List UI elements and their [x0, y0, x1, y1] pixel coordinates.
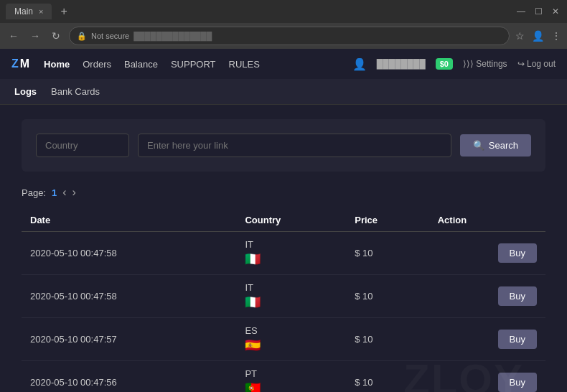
brand-m: M [20, 57, 29, 70]
cell-action: Buy [429, 232, 545, 275]
cell-price: $ 10 [346, 275, 428, 318]
close-button[interactable]: ✕ [550, 6, 561, 17]
window-controls: — ☐ ✕ [515, 6, 561, 17]
app-navbar: Z M Home Orders Balance SUPPORT RULES 👤 … [0, 49, 567, 79]
search-icon: 🔍 [473, 140, 484, 151]
page-prev[interactable]: ‹ [62, 186, 66, 199]
page-current[interactable]: 1 [52, 187, 57, 198]
cell-price: $ 10 [346, 318, 428, 361]
lock-icon: 🔒 [77, 32, 87, 41]
buy-button-2[interactable]: Buy [498, 330, 537, 349]
col-date: Date [22, 209, 236, 232]
cell-date: 2020-05-10 00:47:57 [22, 318, 236, 361]
col-price: Price [346, 209, 428, 232]
cell-country: IT 🇮🇹 [236, 232, 346, 275]
country-flag: 🇪🇸 [245, 337, 261, 353]
table-header-row: Date Country Price Action [22, 209, 545, 232]
nav-rules[interactable]: RULES [229, 59, 260, 70]
back-button[interactable]: ← [6, 29, 22, 43]
cell-country: IT 🇮🇹 [236, 275, 346, 318]
buy-button-3[interactable]: Buy [498, 373, 537, 392]
country-code: IT [245, 282, 253, 293]
minimize-button[interactable]: — [515, 6, 527, 17]
page-label: Page: [22, 187, 46, 198]
account-icon[interactable]: 👤 [532, 30, 544, 42]
security-label: Not secure [91, 32, 129, 40]
toolbar-right: ☆ 👤 ⋮ [515, 30, 561, 42]
address-bar[interactable]: 🔒 Not secure ██████████████ [69, 27, 510, 45]
table-row: 2020-05-10 00:47:58 IT 🇮🇹 $ 10 Buy [22, 232, 545, 275]
search-label: Search [489, 140, 518, 151]
subnav-bank-cards[interactable]: Bank Cards [51, 86, 100, 97]
nav-links: Home Orders Balance SUPPORT RULES [44, 59, 352, 70]
link-input[interactable] [138, 134, 451, 157]
buy-button-0[interactable]: Buy [498, 243, 537, 263]
cell-date: 2020-05-10 00:47:58 [22, 275, 236, 318]
browser-toolbar: ← → ↻ 🔒 Not secure ██████████████ ☆ 👤 ⋮ [0, 23, 567, 49]
country-input[interactable] [36, 134, 129, 157]
nav-support[interactable]: SUPPORT [171, 59, 216, 70]
table-row: 2020-05-10 00:47:57 ES 🇪🇸 $ 10 Buy [22, 318, 545, 361]
cell-price: $ 10 [346, 232, 428, 275]
cell-action: Buy [429, 275, 545, 318]
search-button[interactable]: 🔍 Search [460, 134, 531, 157]
pagination: Page: 1 ‹ › [22, 186, 545, 199]
user-icon: 👤 [352, 57, 367, 71]
col-country: Country [236, 209, 346, 232]
balance-badge: $0 [436, 58, 453, 70]
browser-titlebar: Main × + — ☐ ✕ [0, 0, 567, 23]
subnav-logs[interactable]: Logs [14, 86, 37, 97]
country-code: ES [245, 325, 257, 336]
cell-country: ES 🇪🇸 [236, 318, 346, 361]
cell-action: Buy [429, 318, 545, 361]
logout-link[interactable]: ↪ Log out [517, 59, 556, 69]
cell-date: 2020-05-10 00:47:58 [22, 232, 236, 275]
username-text: ████████ [377, 59, 426, 69]
table-row: 2020-05-10 00:47:56 PT 🇵🇹 $ 10 Buy [22, 361, 545, 393]
refresh-button[interactable]: ↻ [49, 29, 63, 43]
main-content: 🔍 Search Page: 1 ‹ › Date Country Price … [0, 105, 567, 392]
brand: Z M [11, 57, 29, 70]
nav-orders[interactable]: Orders [83, 59, 111, 70]
cell-date: 2020-05-10 00:47:56 [22, 361, 236, 393]
country-flag: 🇵🇹 [245, 381, 261, 392]
cell-price: $ 10 [346, 361, 428, 393]
buy-button-1[interactable]: Buy [498, 286, 537, 306]
browser-tab[interactable]: Main × [6, 4, 52, 19]
col-action: Action [429, 209, 545, 232]
nav-home[interactable]: Home [44, 59, 70, 70]
country-flag: 🇮🇹 [245, 294, 261, 310]
forward-button[interactable]: → [27, 29, 43, 43]
table-row: 2020-05-10 00:47:58 IT 🇮🇹 $ 10 Buy [22, 275, 545, 318]
country-code: IT [245, 239, 253, 250]
sub-nav: Logs Bank Cards [0, 79, 567, 105]
url-text: ██████████████ [133, 32, 212, 40]
brand-z: Z [11, 57, 19, 70]
nav-balance[interactable]: Balance [124, 59, 158, 70]
data-table: Date Country Price Action 2020-05-10 00:… [22, 209, 545, 392]
country-code: PT [245, 368, 257, 379]
cell-country: PT 🇵🇹 [236, 361, 346, 393]
tab-title: Main [14, 6, 33, 17]
search-panel: 🔍 Search [22, 119, 545, 172]
menu-icon[interactable]: ⋮ [551, 30, 561, 42]
new-tab-button[interactable]: + [60, 5, 67, 18]
nav-right: 👤 ████████ $0 ⟩⟩⟩ Settings ↪ Log out [352, 57, 556, 71]
tab-close-icon[interactable]: × [39, 7, 43, 16]
cell-action: Buy [429, 361, 545, 393]
bookmark-icon[interactable]: ☆ [515, 30, 525, 42]
country-flag: 🇮🇹 [245, 251, 261, 267]
maximize-button[interactable]: ☐ [533, 6, 544, 17]
settings-link[interactable]: ⟩⟩⟩ Settings [463, 59, 507, 69]
page-next[interactable]: › [72, 186, 76, 199]
